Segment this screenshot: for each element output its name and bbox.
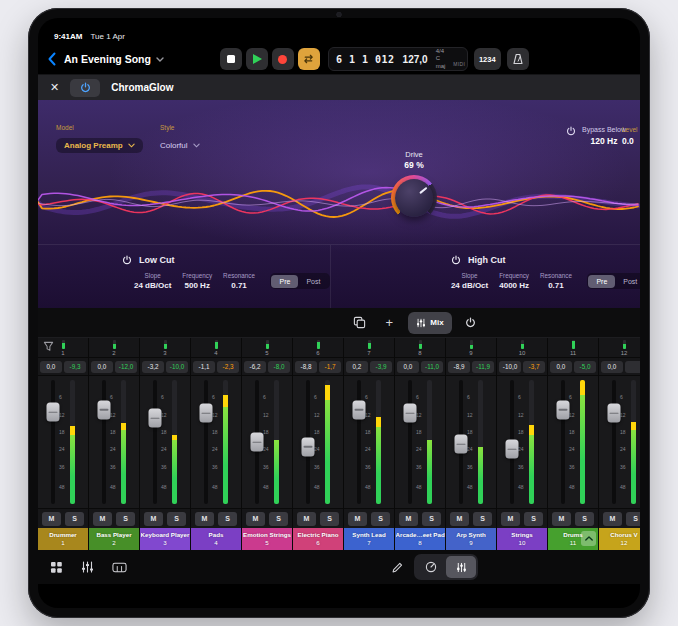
solo-button[interactable]: S: [371, 512, 390, 526]
peak-value[interactable]: -2,3: [217, 361, 239, 373]
chevron-up-icon[interactable]: [581, 531, 596, 546]
fader-handle[interactable]: [200, 404, 213, 423]
play-button[interactable]: [246, 48, 268, 70]
mute-button[interactable]: M: [552, 512, 571, 526]
volume-value[interactable]: 0,0: [40, 361, 62, 373]
stop-button[interactable]: [220, 48, 242, 70]
solo-button[interactable]: S: [473, 512, 492, 526]
peak-value[interactable]: -3,9: [370, 361, 392, 373]
track-name-footer[interactable]: Arp Synth 9: [446, 528, 496, 550]
frequency-param[interactable]: Frequency 4000 Hz: [499, 272, 529, 290]
keyboard-editor-button[interactable]: [112, 562, 127, 573]
resonance-param[interactable]: Resonance 0.71: [540, 272, 572, 290]
fader-handle[interactable]: [353, 400, 366, 419]
peak-value[interactable]: [625, 361, 640, 373]
mute-button[interactable]: M: [42, 512, 61, 526]
volume-value[interactable]: -3,2: [142, 361, 164, 373]
solo-button[interactable]: S: [269, 512, 288, 526]
post-button[interactable]: Post: [298, 275, 328, 288]
channel-bridge[interactable]: 4: [191, 338, 241, 358]
channel-bridge[interactable]: 11: [548, 338, 598, 358]
chevron-down-icon[interactable]: [156, 57, 164, 62]
mute-button[interactable]: M: [93, 512, 112, 526]
track-name-footer[interactable]: Pads 4: [191, 528, 241, 550]
resonance-param[interactable]: Resonance 0.71: [223, 272, 255, 290]
count-in-button[interactable]: 1234: [474, 48, 501, 70]
drive-knob[interactable]: [391, 175, 437, 221]
pre-button[interactable]: Pre: [271, 275, 298, 288]
peak-value[interactable]: -1,7: [319, 361, 341, 373]
fader-handle[interactable]: [149, 409, 162, 428]
fader-handle[interactable]: [557, 400, 570, 419]
peak-value[interactable]: -10,0: [166, 361, 188, 373]
mute-button[interactable]: M: [144, 512, 163, 526]
solo-button[interactable]: S: [320, 512, 339, 526]
peak-value[interactable]: -9,3: [64, 361, 86, 373]
slope-param[interactable]: Slope 24 dB/Oct: [451, 272, 488, 290]
track-name-footer[interactable]: Drums 11: [548, 528, 598, 550]
volume-value[interactable]: 0,0: [91, 361, 113, 373]
mute-button[interactable]: M: [450, 512, 469, 526]
frequency-param[interactable]: Frequency 500 Hz: [182, 272, 212, 290]
solo-button[interactable]: S: [65, 512, 84, 526]
mute-button[interactable]: M: [195, 512, 214, 526]
peak-value[interactable]: -11,0: [421, 361, 443, 373]
fader-handle[interactable]: [404, 404, 417, 423]
fader-handle[interactable]: [455, 435, 468, 454]
pre-button[interactable]: Pre: [588, 275, 615, 288]
bypass-below-control[interactable]: Bypass Below 120 Hz: [566, 126, 626, 146]
cycle-button[interactable]: [298, 48, 320, 70]
mixer-power-button[interactable]: [460, 312, 482, 334]
fader-handle[interactable]: [302, 437, 315, 456]
channel-bridge[interactable]: 6: [293, 338, 343, 358]
mixer-view-button[interactable]: [81, 561, 94, 573]
level-control[interactable]: Level 0.0: [622, 126, 640, 146]
volume-value[interactable]: 0,2: [346, 361, 368, 373]
post-button[interactable]: Post: [615, 275, 640, 288]
add-button[interactable]: +: [378, 312, 400, 334]
channel-bridge[interactable]: 8: [395, 338, 445, 358]
peak-value[interactable]: -3,7: [523, 361, 545, 373]
model-select[interactable]: Analog Preamp: [56, 138, 143, 153]
channel-bridge[interactable]: 5: [242, 338, 292, 358]
channel-bridge[interactable]: 12: [599, 338, 640, 358]
track-name-footer[interactable]: Emotion Strings 5: [242, 528, 292, 550]
channel-bridge[interactable]: 3: [140, 338, 190, 358]
fader-handle[interactable]: [98, 400, 111, 419]
mute-button[interactable]: M: [297, 512, 316, 526]
lcd-display[interactable]: 6 1 1 012 127,0 4/4 C maj MIDI: [328, 47, 468, 71]
channel-bridge[interactable]: 10: [497, 338, 547, 358]
track-name-footer[interactable]: Synth Lead 7: [344, 528, 394, 550]
solo-button[interactable]: S: [218, 512, 237, 526]
volume-value[interactable]: 0,0: [550, 361, 572, 373]
slope-param[interactable]: Slope 24 dB/Oct: [134, 272, 171, 290]
back-chevron-icon[interactable]: [48, 52, 56, 66]
peak-value[interactable]: -11,9: [472, 361, 494, 373]
channel-bridge[interactable]: 2: [89, 338, 139, 358]
edit-pencil-button[interactable]: [391, 561, 404, 574]
metronome-button[interactable]: [507, 48, 529, 70]
channel-bridge[interactable]: 7: [344, 338, 394, 358]
volume-value[interactable]: -8,9: [448, 361, 470, 373]
track-name-footer[interactable]: Strings 10: [497, 528, 547, 550]
mute-button[interactable]: M: [348, 512, 367, 526]
mute-button[interactable]: M: [246, 512, 265, 526]
plugin-power-button[interactable]: [70, 79, 100, 97]
faders-view-button[interactable]: [446, 556, 476, 578]
solo-button[interactable]: S: [575, 512, 594, 526]
solo-button[interactable]: S: [524, 512, 543, 526]
style-select[interactable]: Colorful: [160, 138, 200, 153]
copy-settings-button[interactable]: [348, 312, 370, 334]
channel-bridge[interactable]: 9: [446, 338, 496, 358]
solo-button[interactable]: S: [116, 512, 135, 526]
volume-value[interactable]: -6,2: [244, 361, 266, 373]
fader-handle[interactable]: [251, 433, 264, 452]
volume-value[interactable]: -10,0: [499, 361, 521, 373]
peak-value[interactable]: -8,0: [268, 361, 290, 373]
track-name-footer[interactable]: Electric Piano 6: [293, 528, 343, 550]
track-name-footer[interactable]: Bass Player 2: [89, 528, 139, 550]
close-icon[interactable]: ✕: [50, 82, 59, 93]
mute-button[interactable]: M: [501, 512, 520, 526]
knob-view-button[interactable]: [416, 556, 446, 578]
volume-value[interactable]: 0,0: [601, 361, 623, 373]
